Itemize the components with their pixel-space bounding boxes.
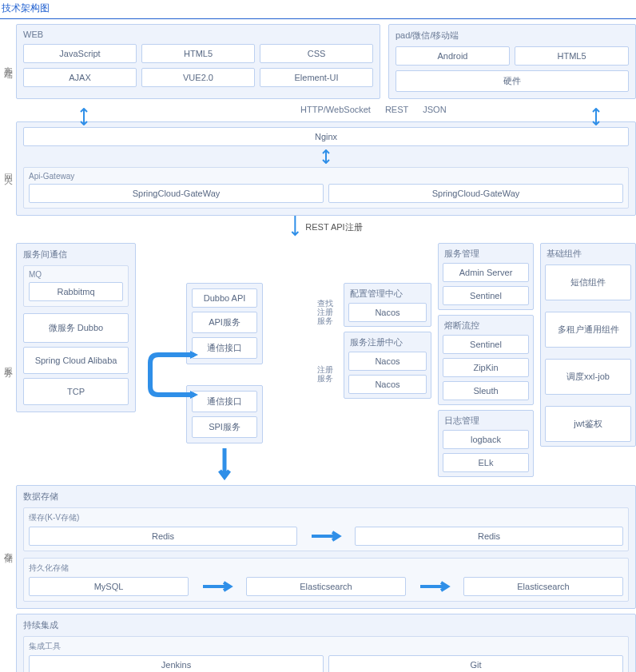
circuit-item: Sentinel [443, 335, 529, 354]
mq-title: MQ [29, 270, 123, 279]
cache-item: Redis [29, 527, 297, 546]
protocol-json: JSON [423, 105, 446, 114]
page-title: 技术架构图 [0, 0, 636, 19]
cache-group: 缓存(K-V存储) Redis Redis [23, 507, 629, 551]
tech-cell: HTML5 [141, 44, 255, 63]
service-label: 服务 [0, 243, 16, 480]
storage-row: 存储 数据存储 缓存(K-V存储) Redis Redis 持久化存储 MySQ… [0, 485, 636, 609]
arrow-down-icon [23, 148, 629, 165]
web-title: WEB [23, 30, 373, 39]
ci-row: 持续集成 持续集成 集成工具 Jenkins Git 容器 Docker Doc… [0, 614, 636, 672]
log-panel: 日志管理 logback ELk [438, 410, 534, 477]
base-item: 调度xxl-job [545, 359, 631, 395]
api-cell: Dubbo API [192, 288, 257, 308]
persist-item: Elasticsearch [246, 577, 406, 596]
loop-arrow-icon [146, 351, 202, 400]
tools-item: Jenkins [29, 655, 324, 672]
arrow-right-icon [411, 581, 459, 592]
tech-cell: HTML5 [515, 46, 629, 66]
mq-group: MQ Rabbitmq [23, 265, 129, 307]
tools-group: 集成工具 Jenkins Git [23, 636, 629, 672]
circuit-item: ZipKin [443, 358, 529, 377]
mgmt-item: Admin Server [443, 263, 529, 282]
storage-label: 存储 [0, 485, 16, 609]
persist-title: 持久化存储 [29, 563, 623, 574]
base-item: jwt鉴权 [545, 406, 631, 442]
arrow-right-icon [302, 531, 350, 542]
protocol-rest: REST [385, 105, 408, 114]
service-row: 服务 服务间通信 MQ Rabbitmq 微服务 Dubbo Spring Cl… [0, 243, 636, 480]
base-panel: 基础组件 短信组件 多租户通用组件 调度xxl-job jwt鉴权 [540, 243, 636, 447]
registry-center: 服务注册中心 Nacos Nacos [344, 332, 431, 399]
tech-cell: VUE2.0 [141, 68, 255, 87]
ci-panel: 持续集成 集成工具 Jenkins Git 容器 Docker Docker-C… [16, 614, 636, 672]
client-row: 客户端 WEB JavaScript HTML5 CSS AJAX VUE2.0… [0, 24, 636, 99]
tech-cell: AJAX [23, 68, 137, 87]
tech-cell: CSS [260, 44, 373, 63]
comm-panel: 服务间通信 MQ Rabbitmq 微服务 Dubbo Spring Cloud… [16, 243, 136, 412]
tools-title: 集成工具 [29, 641, 623, 652]
api-gateway-group: Api-Gateway SpringCloud-GateWay SpringCl… [23, 167, 629, 209]
ci-title: 持续集成 [23, 619, 629, 631]
base-item: 多租户通用组件 [545, 312, 631, 348]
registry-title: 服务注册中心 [350, 336, 427, 348]
config-item: Nacos [348, 303, 427, 322]
comm-item: 微服务 Dubbo [23, 313, 129, 343]
gateway-panel: Nginx Api-Gateway SpringCloud-GateWay Sp… [16, 121, 636, 216]
log-item: ELk [443, 453, 529, 472]
circuit-panel: 熔断流控 Sentinel ZipKin Sleuth [438, 315, 534, 405]
mgmt-title: 服务管理 [444, 248, 529, 260]
registry-item: Nacos [348, 375, 427, 394]
gateway-cell: SpringCloud-GateWay [328, 184, 623, 203]
cache-title: 缓存(K-V存储) [29, 512, 623, 523]
tech-cell: Android [396, 46, 510, 66]
mobile-panel: pad/微信/移动端 Android HTML5 硬件 [388, 24, 636, 99]
log-item: logback [443, 430, 529, 449]
config-center: 配置管理中心 Nacos [344, 283, 431, 327]
mgmt-item: Sentinel [443, 286, 529, 305]
tech-cell: 硬件 [396, 70, 629, 92]
gateway-label: 网关 [0, 121, 16, 216]
persist-item: MySQL [29, 577, 189, 596]
persist-group: 持久化存储 MySQL Elasticsearch Elasticsearch [23, 558, 629, 602]
tools-item: Git [328, 655, 623, 672]
base-title: 基础组件 [547, 248, 631, 260]
log-title: 日志管理 [444, 415, 529, 427]
storage-panel: 数据存储 缓存(K-V存储) Redis Redis 持久化存储 MySQL E… [16, 485, 636, 609]
mq-cell: Rabbitmq [29, 282, 123, 301]
protocol-http: HTTP/WebSocket [300, 105, 371, 114]
rest-api-label: REST API注册 [305, 221, 362, 233]
comm-item: TCP [23, 378, 129, 405]
web-panel: WEB JavaScript HTML5 CSS AJAX VUE2.0 Ele… [16, 24, 380, 99]
arrow-right-icon [193, 581, 241, 592]
arrow-down-icon [142, 448, 307, 480]
config-title: 配置管理中心 [350, 288, 427, 300]
client-label: 客户端 [0, 24, 16, 99]
mgmt-panel: 服务管理 Admin Server Sentinel [438, 243, 534, 310]
tech-cell: JavaScript [23, 44, 137, 63]
mobile-title: pad/微信/移动端 [396, 30, 629, 42]
cache-item: Redis [355, 527, 623, 546]
tech-cell: Element-UI [260, 68, 373, 87]
gateway-cell: SpringCloud-GateWay [29, 184, 324, 203]
gateway-row: 网关 Nginx Api-Gateway SpringCloud-GateWay… [0, 121, 636, 216]
comm-title: 服务间通信 [23, 249, 129, 260]
arrow-down-icon [289, 216, 300, 238]
registry-item: Nacos [348, 352, 427, 371]
base-item: 短信组件 [545, 264, 631, 300]
storage-title: 数据存储 [23, 491, 629, 503]
nginx-cell: Nginx [23, 127, 629, 146]
api-cell: API服务 [192, 312, 257, 333]
register-label: 注册 服务 [313, 365, 337, 383]
arrow-down-icon [590, 108, 602, 125]
ci-label: 持续集成 [0, 614, 16, 672]
lookup-label: 查找 注册 服务 [313, 299, 337, 325]
comm-item: Spring Cloud Alibaba [23, 347, 129, 374]
persist-item: Elasticsearch [463, 577, 623, 596]
arrow-down-icon [78, 108, 89, 125]
api-gateway-title: Api-Gateway [29, 172, 623, 181]
circuit-item: Sleuth [443, 381, 529, 400]
spi-cell: SPI服务 [192, 416, 257, 438]
circuit-title: 熔断流控 [444, 320, 529, 332]
